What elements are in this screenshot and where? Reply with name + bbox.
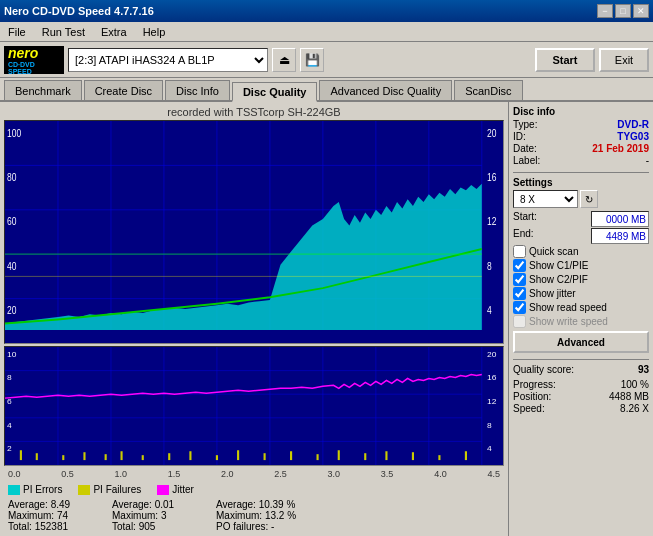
position-label: Position:: [513, 391, 551, 402]
jitter-max-value: 13.2 %: [265, 510, 296, 521]
menu-help[interactable]: Help: [139, 24, 170, 40]
window-title: Nero CD-DVD Speed 4.7.7.16: [4, 5, 154, 17]
position-value: 4488 MB: [609, 391, 649, 402]
start-input[interactable]: [591, 211, 649, 227]
refresh-button[interactable]: ↻: [580, 190, 598, 208]
legend-pif: PI Failures: [78, 484, 141, 495]
disc-info-label: Disc info: [513, 106, 649, 117]
tab-disc-quality[interactable]: Disc Quality: [232, 82, 318, 102]
pif-label: PI Failures: [93, 484, 141, 495]
svg-text:6: 6: [7, 397, 12, 406]
tab-bar: Benchmark Create Disc Disc Info Disc Qua…: [0, 78, 653, 102]
chart-area: recorded with TSSTcorp SH-224GB: [0, 102, 508, 536]
svg-text:4: 4: [487, 304, 492, 316]
jitter-color-box: [157, 485, 169, 495]
disc-id-row: ID: TYG03: [513, 131, 649, 142]
legend-area: PI Errors PI Failures Jitter: [4, 482, 504, 497]
pif-max-value: 3: [161, 510, 167, 521]
start-row: Start:: [513, 211, 649, 227]
svg-text:4: 4: [7, 421, 12, 430]
stats-area: Average: 8.49 Maximum: 74 Total: 152381 …: [4, 499, 504, 534]
disc-type-label: Type:: [513, 119, 537, 130]
divider-2: [513, 359, 649, 360]
svg-rect-27: [5, 347, 503, 465]
jitter-stats: Average: 10.39 % Maximum: 13.2 % PO fail…: [216, 499, 296, 532]
svg-text:12: 12: [487, 397, 497, 406]
quick-scan-checkbox[interactable]: [513, 245, 526, 258]
tab-disc-info[interactable]: Disc Info: [165, 80, 230, 100]
menu-extra[interactable]: Extra: [97, 24, 131, 40]
toolbar: nero CD·DVD SPEED [2:3] ATAPI iHAS324 A …: [0, 42, 653, 78]
disc-id-label: ID:: [513, 131, 526, 142]
show-read-row: Show read speed: [513, 301, 649, 314]
progress-value: 100 %: [621, 379, 649, 390]
speed-selector[interactable]: 8 X: [513, 190, 578, 208]
menu-file[interactable]: File: [4, 24, 30, 40]
svg-text:20: 20: [487, 127, 496, 139]
disc-date-value: 21 Feb 2019: [592, 143, 649, 154]
pie-max-value: 74: [57, 510, 68, 521]
tab-advanced-disc-quality[interactable]: Advanced Disc Quality: [319, 80, 452, 100]
pif-total-label: Total:: [112, 521, 136, 532]
close-button[interactable]: ✕: [633, 4, 649, 18]
title-bar: Nero CD-DVD Speed 4.7.7.16 − □ ✕: [0, 0, 653, 22]
pif-avg-label: Average:: [112, 499, 152, 510]
start-label: Start:: [513, 211, 537, 227]
svg-text:20: 20: [7, 304, 16, 316]
divider-1: [513, 172, 649, 173]
pie-max-label: Maximum:: [8, 510, 54, 521]
eject-button[interactable]: ⏏: [272, 48, 296, 72]
advanced-button[interactable]: Advanced: [513, 331, 649, 353]
disc-date-label: Date:: [513, 143, 537, 154]
exit-button[interactable]: Exit: [599, 48, 649, 72]
svg-text:8: 8: [7, 374, 12, 383]
menu-bar: File Run Test Extra Help: [0, 22, 653, 42]
jitter-max-label: Maximum:: [216, 510, 262, 521]
pif-total-value: 905: [139, 521, 156, 532]
show-write-row: Show write speed: [513, 315, 649, 328]
svg-text:10: 10: [7, 350, 17, 359]
minimize-button[interactable]: −: [597, 4, 613, 18]
drive-selector[interactable]: [2:3] ATAPI iHAS324 A BL1P: [68, 48, 268, 72]
disc-info-section: Disc info Type: DVD-R ID: TYG03 Date: 21…: [513, 106, 649, 166]
pif-stats: Average: 0.01 Maximum: 3 Total: 905: [112, 499, 192, 532]
svg-text:80: 80: [7, 171, 16, 183]
show-c2-row: Show C2/PIF: [513, 273, 649, 286]
end-input[interactable]: [591, 228, 649, 244]
pif-max-label: Maximum:: [112, 510, 158, 521]
pie-avg-value: 8.49: [51, 499, 70, 510]
quality-score-row: Quality score: 93: [513, 364, 649, 375]
end-label: End:: [513, 228, 534, 244]
tab-create-disc[interactable]: Create Disc: [84, 80, 163, 100]
jitter-label: Jitter: [172, 484, 194, 495]
chart-title: recorded with TSSTcorp SH-224GB: [4, 106, 504, 118]
disc-type-row: Type: DVD-R: [513, 119, 649, 130]
speed-row: 8 X ↻: [513, 190, 649, 208]
pie-color-box: [8, 485, 20, 495]
pie-stats: Average: 8.49 Maximum: 74 Total: 152381: [8, 499, 88, 532]
tab-scan-disc[interactable]: ScanDisc: [454, 80, 522, 100]
x-axis-labels: 0.0 0.5 1.0 1.5 2.0 2.5 3.0 3.5 4.0 4.5: [4, 468, 504, 480]
start-button[interactable]: Start: [535, 48, 595, 72]
menu-run-test[interactable]: Run Test: [38, 24, 89, 40]
svg-text:8: 8: [487, 421, 492, 430]
maximize-button[interactable]: □: [615, 4, 631, 18]
svg-text:40: 40: [7, 260, 16, 272]
svg-text:60: 60: [7, 216, 16, 228]
show-c1-checkbox[interactable]: [513, 259, 526, 272]
svg-text:2: 2: [7, 444, 12, 453]
speed-result-value: 8.26 X: [620, 403, 649, 414]
save-button[interactable]: 💾: [300, 48, 324, 72]
right-panel: Disc info Type: DVD-R ID: TYG03 Date: 21…: [508, 102, 653, 536]
position-row: Position: 4488 MB: [513, 391, 649, 402]
show-write-checkbox: [513, 315, 526, 328]
show-read-label: Show read speed: [529, 302, 607, 313]
pie-total-label: Total:: [8, 521, 32, 532]
show-read-checkbox[interactable]: [513, 301, 526, 314]
show-c2-checkbox[interactable]: [513, 273, 526, 286]
svg-text:20: 20: [487, 350, 497, 359]
show-c1-row: Show C1/PIE: [513, 259, 649, 272]
tab-benchmark[interactable]: Benchmark: [4, 80, 82, 100]
disc-label-value: -: [646, 155, 649, 166]
show-jitter-checkbox[interactable]: [513, 287, 526, 300]
